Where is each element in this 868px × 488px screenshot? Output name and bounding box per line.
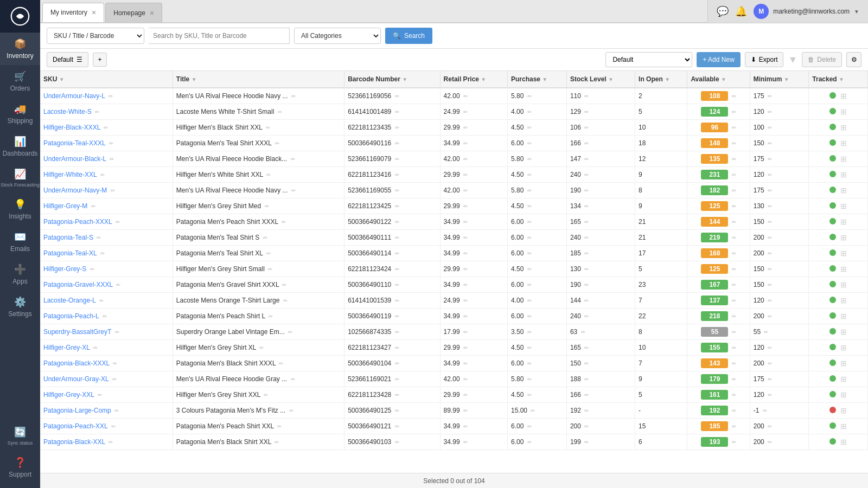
edit-retail-icon[interactable]: ✏: [463, 93, 468, 99]
grid-icon[interactable]: ⊞: [840, 123, 847, 132]
edit-retail-icon[interactable]: ✏: [463, 219, 468, 225]
edit-minimum-icon[interactable]: ✏: [768, 109, 772, 115]
edit-purchase-icon[interactable]: ✏: [527, 266, 532, 272]
table-settings-button[interactable]: ⚙: [846, 52, 861, 67]
edit-title-icon[interactable]: ✏: [288, 329, 292, 335]
edit-retail-icon[interactable]: ✏: [463, 188, 468, 194]
edit-stock-icon[interactable]: ✏: [584, 235, 589, 241]
edit-minimum-icon[interactable]: ✏: [768, 298, 772, 304]
edit-minimum-icon[interactable]: ✏: [768, 140, 772, 146]
edit-stock-icon[interactable]: ✏: [584, 298, 589, 304]
edit-purchase-icon[interactable]: ✏: [527, 140, 532, 146]
grid-icon[interactable]: ⊞: [840, 280, 847, 289]
sidebar-item-emails[interactable]: ✉️ Emails: [0, 226, 40, 258]
edit-minimum-icon[interactable]: ✏: [768, 172, 772, 178]
edit-purchase-icon[interactable]: ✏: [527, 439, 532, 445]
grid-icon[interactable]: ⊞: [840, 170, 847, 179]
edit-stock-icon[interactable]: ✏: [584, 282, 589, 288]
edit-title-icon[interactable]: ✏: [263, 235, 267, 241]
view-select[interactable]: Default: [605, 52, 692, 67]
edit-title-icon[interactable]: ✏: [291, 156, 295, 162]
edit-available-icon[interactable]: ✏: [732, 329, 736, 335]
col-header-available[interactable]: Available ▼: [687, 71, 750, 88]
user-menu[interactable]: M marketing@linnworks.com ▼: [754, 4, 859, 19]
col-header-retail[interactable]: Retail Price ▼: [440, 71, 507, 88]
default-view-button[interactable]: Default ☰: [47, 52, 88, 67]
edit-available-icon[interactable]: ✏: [732, 298, 736, 304]
edit-retail-icon[interactable]: ✏: [463, 109, 468, 115]
edit-sku-icon[interactable]: ✏: [111, 188, 115, 194]
edit-barcode-icon[interactable]: ✏: [395, 282, 399, 288]
sidebar-item-apps[interactable]: ➕ Apps: [0, 258, 40, 291]
edit-barcode-icon[interactable]: ✏: [395, 329, 399, 335]
edit-purchase-icon[interactable]: ✏: [527, 235, 532, 241]
edit-purchase-icon[interactable]: ✏: [527, 392, 532, 398]
edit-barcode-icon[interactable]: ✏: [395, 219, 399, 225]
edit-sku-icon[interactable]: ✏: [100, 172, 105, 178]
edit-retail-icon[interactable]: ✏: [463, 140, 468, 146]
grid-icon[interactable]: ⊞: [840, 312, 847, 320]
edit-purchase-icon[interactable]: ✏: [527, 219, 532, 225]
edit-title-icon[interactable]: ✏: [279, 361, 283, 367]
edit-title-icon[interactable]: ✏: [266, 251, 271, 256]
edit-barcode-icon[interactable]: ✏: [395, 298, 399, 304]
grid-icon[interactable]: ⊞: [840, 202, 847, 210]
edit-sku-icon[interactable]: ✏: [100, 251, 105, 256]
edit-sku-icon[interactable]: ✏: [91, 203, 95, 209]
edit-minimum-icon[interactable]: ✏: [768, 392, 772, 398]
edit-stock-icon[interactable]: ✏: [584, 203, 589, 209]
edit-available-icon[interactable]: ✏: [732, 266, 736, 272]
sku-link[interactable]: UnderArmour-Navy-L: [43, 92, 105, 100]
edit-retail-icon[interactable]: ✏: [463, 235, 468, 241]
edit-stock-icon[interactable]: ✏: [584, 439, 589, 445]
edit-stock-icon[interactable]: ✏: [584, 392, 589, 398]
sidebar-item-sync-status[interactable]: 🔄 Sync status: [0, 421, 40, 451]
edit-available-icon[interactable]: ✏: [732, 93, 736, 99]
grid-icon[interactable]: ⊞: [840, 375, 847, 383]
sku-link[interactable]: Patagonia-Black-XXL: [43, 438, 105, 446]
edit-title-icon[interactable]: ✏: [268, 266, 272, 272]
edit-stock-icon[interactable]: ✏: [584, 172, 589, 178]
edit-minimum-icon[interactable]: ✏: [768, 439, 772, 445]
sku-link[interactable]: Patagonia-Peach-XXXL: [43, 218, 112, 226]
edit-minimum-icon[interactable]: ✏: [768, 251, 772, 256]
edit-available-icon[interactable]: ✏: [732, 439, 736, 445]
edit-stock-icon[interactable]: ✏: [584, 423, 589, 429]
edit-sku-icon[interactable]: ✏: [116, 282, 120, 288]
edit-sku-icon[interactable]: ✏: [116, 219, 120, 225]
edit-stock-icon[interactable]: ✏: [584, 140, 589, 146]
edit-purchase-icon[interactable]: ✏: [527, 251, 532, 256]
edit-purchase-icon[interactable]: ✏: [527, 172, 532, 178]
edit-available-icon[interactable]: ✏: [732, 361, 736, 367]
edit-minimum-icon[interactable]: ✏: [768, 376, 772, 382]
edit-purchase-icon[interactable]: ✏: [527, 345, 532, 351]
tab-close-my-inventory[interactable]: ×: [92, 9, 96, 16]
edit-minimum-icon[interactable]: ✏: [768, 282, 772, 288]
edit-available-icon[interactable]: ✏: [732, 188, 736, 194]
sku-link[interactable]: Patagonia-Teal-S: [43, 234, 93, 241]
sku-link[interactable]: Lacoste-White-S: [43, 108, 92, 115]
edit-stock-icon[interactable]: ✏: [581, 329, 585, 335]
edit-retail-icon[interactable]: ✏: [463, 392, 468, 398]
edit-title-icon[interactable]: ✏: [266, 172, 271, 178]
edit-minimum-icon[interactable]: ✏: [768, 345, 772, 351]
edit-minimum-icon[interactable]: ✏: [764, 329, 768, 335]
edit-barcode-icon[interactable]: ✏: [395, 345, 399, 351]
edit-sku-icon[interactable]: ✏: [111, 423, 116, 429]
edit-stock-icon[interactable]: ✏: [584, 109, 589, 115]
grid-icon[interactable]: ⊞: [840, 328, 847, 336]
edit-sku-icon[interactable]: ✏: [113, 361, 117, 367]
edit-retail-icon[interactable]: ✏: [463, 313, 468, 319]
edit-purchase-icon[interactable]: ✏: [527, 188, 532, 194]
edit-barcode-icon[interactable]: ✏: [395, 408, 399, 414]
edit-title-icon[interactable]: ✏: [277, 423, 282, 429]
sku-link[interactable]: Patagonia-Gravel-XXXL: [43, 281, 113, 288]
col-header-sku[interactable]: SKU ▼: [40, 71, 173, 88]
edit-barcode-icon[interactable]: ✏: [395, 361, 399, 367]
edit-title-icon[interactable]: ✏: [269, 313, 273, 319]
edit-stock-icon[interactable]: ✏: [584, 156, 589, 162]
add-column-button[interactable]: +: [93, 53, 107, 67]
edit-stock-icon[interactable]: ✏: [584, 219, 589, 225]
chat-icon[interactable]: 💬: [717, 5, 729, 17]
filter-type-select[interactable]: SKU / Title / Barcode: [47, 28, 144, 44]
